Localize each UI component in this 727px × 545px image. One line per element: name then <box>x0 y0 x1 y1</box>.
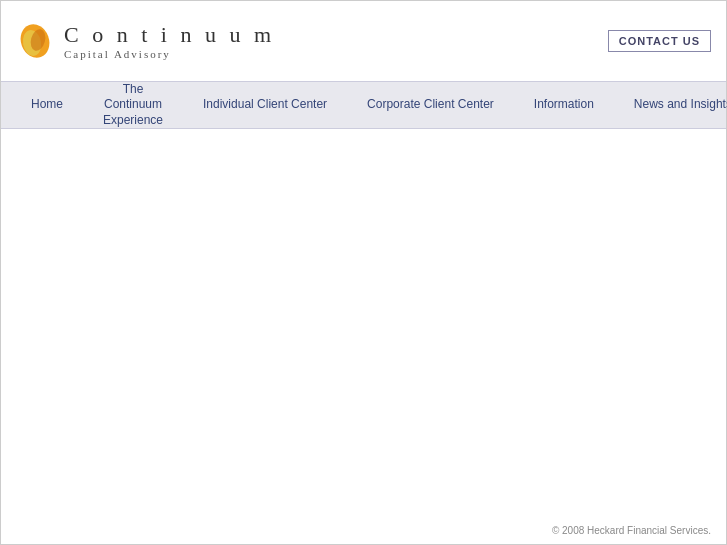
nav-item-information[interactable]: Information <box>514 82 614 128</box>
page-wrapper: C o n t i n u u m Capital Advisory CONTA… <box>0 0 727 545</box>
nav-item-individual-client-center[interactable]: Individual Client Center <box>183 82 347 128</box>
logo: C o n t i n u u m Capital Advisory <box>16 22 275 60</box>
logo-subtitle: Capital Advisory <box>64 48 275 60</box>
nav-item-continuum-experience[interactable]: The ContinuumExperience <box>83 82 183 128</box>
logo-title: C o n t i n u u m <box>64 22 275 48</box>
logo-text-wrapper: C o n t i n u u m Capital Advisory <box>64 22 275 60</box>
copyright-text: © 2008 Heckard Financial Services. <box>552 525 711 536</box>
nav-item-home[interactable]: Home <box>11 82 83 128</box>
logo-icon <box>16 22 54 60</box>
main-content <box>1 129 726 509</box>
footer: © 2008 Heckard Financial Services. <box>552 525 711 536</box>
header: C o n t i n u u m Capital Advisory CONTA… <box>1 1 726 81</box>
nav-item-corporate-client-center[interactable]: Corporate Client Center <box>347 82 514 128</box>
navbar: Home The ContinuumExperience Individual … <box>1 81 726 129</box>
nav-item-news-and-insights[interactable]: News and Insights <box>614 82 727 128</box>
contact-button[interactable]: CONTACT US <box>608 30 711 52</box>
